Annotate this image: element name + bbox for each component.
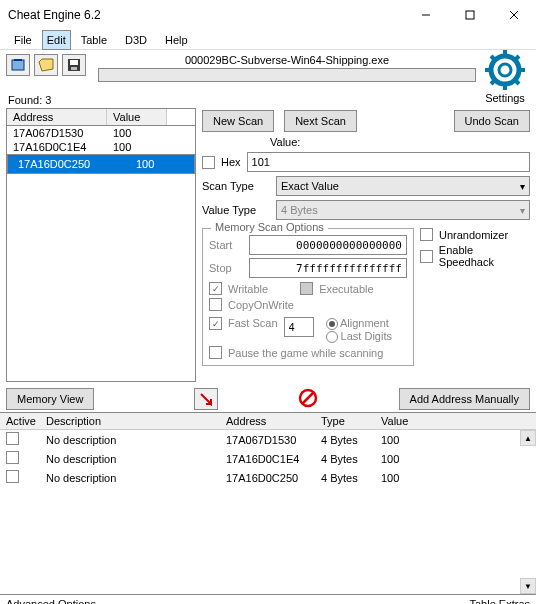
address-list-header: Active Description Address Type Value [0, 413, 536, 430]
chevron-down-icon: ▾ [520, 181, 525, 192]
scroll-up[interactable]: ▲ [520, 430, 536, 446]
col-address[interactable]: Address [7, 109, 107, 125]
result-row: 17A16D0C250100 [7, 154, 195, 174]
scan-pane: New Scan Next Scan Undo Scan Value: Hex … [202, 108, 530, 382]
close-button[interactable] [492, 0, 536, 30]
settings-icon[interactable] [483, 48, 527, 92]
svg-rect-5 [14, 59, 22, 61]
title-bar: Cheat Engine 6.2 [0, 0, 536, 30]
svg-line-16 [515, 56, 519, 60]
fastscan-input[interactable] [284, 317, 314, 337]
menu-file[interactable]: File [6, 32, 40, 48]
pause-label: Pause the game while scanning [228, 347, 383, 359]
table-row: No description17A067D15304 Bytes100 [0, 430, 536, 449]
menu-table[interactable]: Table [73, 32, 115, 48]
memory-scan-options: Memory Scan Options Start Stop ✓Writable… [202, 228, 414, 366]
scroll-down[interactable]: ▼ [520, 578, 536, 594]
mso-label: Memory Scan Options [211, 221, 328, 233]
svg-line-17 [491, 80, 495, 84]
menu-d3d[interactable]: D3D [117, 32, 155, 48]
result-row: 17A16D0C1E4100 [7, 140, 195, 154]
arrow-icon[interactable] [194, 388, 218, 410]
advanced-options[interactable]: Advanced Options [6, 598, 96, 604]
save-button[interactable] [62, 54, 86, 76]
stop-label: Stop [209, 262, 243, 274]
next-scan-button[interactable]: Next Scan [284, 110, 357, 132]
menu-bar: File Edit Table D3D Help [0, 30, 536, 50]
col-active[interactable]: Active [0, 413, 40, 429]
results-list[interactable]: 17A067D1530100 17A16D0C1E4100 17A16D0C25… [6, 125, 196, 382]
undo-scan-button[interactable]: Undo Scan [454, 110, 530, 132]
results-header: Address Value [6, 108, 196, 125]
value-type-label: Value Type [202, 204, 270, 216]
svg-line-20 [302, 392, 314, 404]
svg-rect-4 [12, 60, 24, 70]
add-address-button[interactable]: Add Address Manually [399, 388, 530, 410]
freeze-checkbox[interactable] [6, 432, 19, 445]
col-type[interactable]: Type [315, 413, 375, 429]
lastdigits-label: Last Digits [341, 330, 392, 342]
cow-label: CopyOnWrite [228, 299, 294, 311]
fastscan-checkbox[interactable]: ✓ [209, 317, 222, 330]
unrandomizer-label: Unrandomizer [439, 229, 508, 241]
result-row: 17A067D1530100 [7, 126, 195, 140]
process-name: 000029BC-Subverse-Win64-Shipping.exe [185, 54, 389, 66]
start-label: Start [209, 239, 243, 251]
value-type-select[interactable]: 4 Bytes▾ [276, 200, 530, 220]
speedhack-checkbox[interactable] [420, 250, 433, 263]
progress-bar [98, 68, 476, 82]
col-desc[interactable]: Description [40, 413, 220, 429]
col-addr2[interactable]: Address [220, 413, 315, 429]
svg-line-14 [491, 56, 495, 60]
toolbar: 000029BC-Subverse-Win64-Shipping.exe Set… [0, 50, 536, 92]
table-row: No description17A16D0C1E44 Bytes100 [0, 449, 536, 468]
start-input[interactable] [249, 235, 407, 255]
stop-input[interactable] [249, 258, 407, 278]
hex-checkbox[interactable] [202, 156, 215, 169]
menu-help[interactable]: Help [157, 32, 196, 48]
scan-type-label: Scan Type [202, 180, 270, 192]
maximize-button[interactable] [448, 0, 492, 30]
fastscan-label: Fast Scan [228, 317, 278, 329]
minimize-button[interactable] [404, 0, 448, 30]
address-list: Active Description Address Type Value No… [0, 412, 536, 594]
lastdigits-radio[interactable] [326, 331, 338, 343]
executable-label: Executable [319, 283, 373, 295]
pause-checkbox[interactable] [209, 346, 222, 359]
unrandomizer-checkbox[interactable] [420, 228, 433, 241]
scan-type-select[interactable]: Exact Value▾ [276, 176, 530, 196]
value-input[interactable] [247, 152, 530, 172]
svg-rect-8 [71, 67, 77, 70]
writable-label: Writable [228, 283, 268, 295]
svg-point-18 [499, 64, 511, 76]
hex-label: Hex [221, 156, 241, 168]
cow-checkbox[interactable] [209, 298, 222, 311]
table-extras[interactable]: Table Extras [469, 598, 530, 604]
status-bar: Advanced Options Table Extras [0, 594, 536, 604]
value-label: Value: [270, 136, 300, 148]
window-title: Cheat Engine 6.2 [8, 8, 404, 22]
settings-label[interactable]: Settings [485, 92, 525, 104]
alignment-radio[interactable] [326, 318, 338, 330]
menu-edit[interactable]: Edit [42, 30, 71, 50]
address-list-body[interactable]: No description17A067D15304 Bytes100 No d… [0, 430, 536, 594]
freeze-checkbox[interactable] [6, 451, 19, 464]
svg-line-15 [515, 80, 519, 84]
col-value[interactable]: Value [107, 109, 167, 125]
executable-checkbox[interactable] [300, 282, 313, 295]
writable-checkbox[interactable]: ✓ [209, 282, 222, 295]
chevron-down-icon: ▾ [520, 205, 525, 216]
memory-view-button[interactable]: Memory View [6, 388, 94, 410]
col-val2[interactable]: Value [375, 413, 435, 429]
found-count: Found: 3 [0, 92, 536, 108]
svg-rect-1 [466, 11, 474, 19]
new-scan-button[interactable]: New Scan [202, 110, 274, 132]
freeze-checkbox[interactable] [6, 470, 19, 483]
no-cheat-icon[interactable] [298, 388, 318, 408]
table-row: No description17A16D0C2504 Bytes100 [0, 468, 536, 487]
results-pane: Address Value 17A067D1530100 17A16D0C1E4… [6, 108, 196, 382]
alignment-label: Alignment [340, 317, 389, 329]
speedhack-label: Enable Speedhack [439, 244, 530, 268]
open-process-button[interactable] [6, 54, 30, 76]
open-file-button[interactable] [34, 54, 58, 76]
